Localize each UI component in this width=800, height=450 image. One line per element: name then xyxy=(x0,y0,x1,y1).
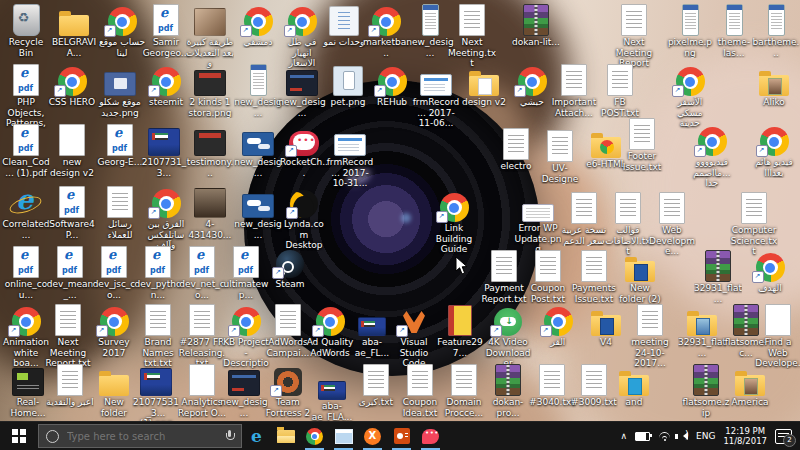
microphone-icon[interactable] xyxy=(225,430,234,442)
desktop-icon-folder-book[interactable]: New folder (2) xyxy=(618,250,662,304)
desktop-icon-pdf[interactable]: PHP Objects, Patterns, a... xyxy=(4,64,48,129)
desktop-icon-img-dark[interactable]: new_desig... xyxy=(280,64,324,118)
desktop-icon-img-card[interactable]: frmRecord... 2017-11-06... xyxy=(414,64,458,129)
desktop-icon-img-person2[interactable]: 4-431430... xyxy=(188,186,232,240)
desktop-icon-img-clouds[interactable]: new_desig... xyxy=(236,186,280,240)
desktop-icon-pdf[interactable]: Software4P... xyxy=(50,186,94,240)
desktop-icon-pdf[interactable]: online_cou... xyxy=(4,246,48,300)
desktop-icon-doc[interactable]: اعبر والنقدية xyxy=(48,364,92,408)
desktop-icon-pdf[interactable]: dev_net_co... xyxy=(180,246,224,300)
taskbar-app-chrome[interactable] xyxy=(300,422,329,450)
desktop-icon-chrome[interactable]: ↗في ظل انهيار الاسعار xyxy=(280,4,324,69)
desktop-icon-doc[interactable]: كبرى.txt xyxy=(354,364,398,408)
desktop-icon-img-clouds[interactable]: new_desig... xyxy=(236,124,280,178)
battery-icon[interactable] xyxy=(635,432,650,441)
desktop-icon-rar[interactable]: dokan-lit... xyxy=(514,4,558,48)
desktop-icon-doc[interactable]: Next Meeting Report.txt xyxy=(46,304,90,369)
desktop-icon-rar[interactable]: flatsome.zip xyxy=(684,364,728,418)
desktop-icon-img-tall[interactable]: bartheme... xyxy=(754,4,798,58)
desktop-icon-img-card[interactable]: frmRecord... 2017-10-31... xyxy=(328,124,372,189)
desktop-icon-img-wide[interactable]: Error WP Update.png xyxy=(516,190,560,255)
desktop-icon-img-dark2[interactable]: Real-Home... xyxy=(6,364,50,418)
desktop-icon-fourk[interactable]: ↗4K Video Downloader xyxy=(486,304,530,369)
desktop-icon-chrome[interactable]: ↗الفرق بين ساتلفكس وآلف xyxy=(144,186,188,251)
desktop-icon-chrome[interactable]: ↗الأشقر مسكي حديثة xyxy=(668,64,712,129)
desktop-icon-folder-app[interactable]: and xyxy=(612,364,656,408)
desktop-icon-img-tall[interactable]: new_desig... xyxy=(236,64,280,118)
desktop-icon-img-shot[interactable]: testimony... xyxy=(188,124,232,178)
desktop-icon-img-robot2[interactable]: وحدات نمو xyxy=(322,4,366,48)
desktop-icon-pdf[interactable]: dev_mean_... xyxy=(48,246,92,300)
desktop-icon-chrome[interactable]: ↗الهدف xyxy=(748,250,792,294)
desktop-icon-doc[interactable]: #3040.txt xyxy=(530,364,574,408)
desktop-icon-rar[interactable]: 32931_flat... xyxy=(696,250,740,304)
desktop-icon-chrome[interactable]: ↗Ad Quality AdWords xyxy=(308,304,352,358)
desktop-icon-doc[interactable]: AdWords Campai... xyxy=(266,304,310,358)
search-input[interactable] xyxy=(65,430,219,443)
language-indicator[interactable]: ENG xyxy=(696,431,715,441)
desktop-icon-chrome[interactable]: ↗Survey 2017 xyxy=(92,304,136,358)
desktop-icon-doc[interactable]: Domain Procce... xyxy=(442,364,486,418)
desktop-icon-doc[interactable]: Coupon Idea.txt xyxy=(398,364,442,418)
desktop-icon-chrome[interactable]: ↗حساب موقع لينا xyxy=(100,4,144,58)
desktop-icon-folder-person[interactable]: America xyxy=(728,364,772,408)
wifi-icon[interactable] xyxy=(658,431,671,441)
desktop-icon-img-fb[interactable]: موقع شكلو جديد.png xyxy=(98,64,142,118)
desktop-icon-doc[interactable]: Footer Issue.txt xyxy=(620,118,664,172)
desktop-icon-img-uae[interactable]: 21077531_3... (1).png xyxy=(134,364,178,429)
desktop-icon-img-uae-s[interactable]: aba-ae_FL... xyxy=(350,304,394,358)
desktop-icon-folder-img[interactable]: 32931_flat... xyxy=(680,304,724,358)
desktop-icon-img-tall[interactable]: pixelme.png xyxy=(668,4,712,58)
desktop-icon-doc-blank[interactable]: Find a Web Develope... xyxy=(756,304,800,369)
desktop-icon-doc[interactable]: meeting 24-10-2017... xyxy=(628,304,672,369)
desktop-icon-chrome[interactable]: ↗marketba... xyxy=(364,4,408,58)
taskbar-app-rocketchat[interactable] xyxy=(416,422,445,450)
desktop-icon-vs[interactable]: ↗Visual Studio Code xyxy=(392,304,436,369)
speaker-icon[interactable] xyxy=(679,432,688,440)
desktop-icon-doc[interactable]: Web Developme... xyxy=(650,192,694,257)
desktop-icon-doc[interactable]: رسائل للعملاء xyxy=(98,186,142,240)
desktop-icon-img-uae-s[interactable]: aba-ae_FLA... xyxy=(310,368,354,422)
desktop-icon-chrome[interactable]: ↗القر xyxy=(536,304,580,348)
desktop-icon-pdf[interactable]: Georg-E... xyxy=(98,124,142,168)
desktop-icon-pdf[interactable]: dev_python... xyxy=(136,246,180,300)
desktop-icon-doc[interactable]: Coupon Post.txt xyxy=(526,250,570,304)
desktop-icon-rocketchat[interactable]: ↗RocketCh... xyxy=(282,124,326,178)
desktop-icon-pdf[interactable]: dev_jsc_co... xyxy=(92,246,136,300)
desktop-icon-doc[interactable]: Important Attach... xyxy=(552,64,596,118)
desktop-icon-doc[interactable]: Payment Report.txt xyxy=(482,250,526,304)
search-box[interactable] xyxy=(38,424,242,448)
desktop-icon-doc[interactable]: #2877 FR Releasing.txt xyxy=(180,304,224,369)
desktop-icon-doc[interactable]: Payments Issue.txt xyxy=(572,250,616,304)
desktop-icon-rar[interactable]: dokan-pro... xyxy=(486,364,530,418)
desktop-icon-chrome[interactable]: ↗Link Building Guide xyxy=(432,190,476,255)
desktop-icon-chrome[interactable]: ↗فيديو هائم بعدااا xyxy=(752,124,796,178)
start-button[interactable] xyxy=(0,422,38,450)
desktop-icon-folder-person[interactable]: Aliko xyxy=(752,64,796,108)
desktop-icon-chrome[interactable]: ↗Animation white boa... xyxy=(4,304,48,369)
desktop-icon-img-shot[interactable]: 2 kinds 1 stora.png xyxy=(188,64,232,118)
desktop-icon-doc[interactable]: Brand Names txt.txt xyxy=(136,304,180,369)
desktop-icon-chrome[interactable]: ↗فيديوووو ...مااصمم جدا xyxy=(690,124,734,189)
desktop-icon-chrome[interactable]: ↗REHub xyxy=(370,64,414,108)
desktop-icon-pdf[interactable]: Clean_Cod... (1).pdf xyxy=(4,124,48,178)
desktop-icon-book[interactable]: Feature297... xyxy=(438,304,482,358)
taskbar-app-file-explorer[interactable] xyxy=(271,422,300,450)
desktop-icon-doc-blank[interactable]: Analytics Report O... xyxy=(180,364,224,418)
desktop-icon-doc[interactable]: Computer Science.txt xyxy=(732,192,776,257)
desktop-icon-chrome[interactable]: ↗steemit xyxy=(144,64,188,108)
desktop-icon-img-robot[interactable]: pet.png xyxy=(326,64,370,108)
desktop-icon-chrome[interactable]: ↗KB Project - Description xyxy=(224,304,268,369)
desktop-icon-chrome[interactable]: ↗دمشقي xyxy=(236,4,280,48)
desktop-icon-img-tall[interactable]: new_desig... xyxy=(408,4,452,58)
desktop-icon-doc[interactable]: قوالب الاضافات.txt xyxy=(606,192,650,257)
desktop-icon-doc[interactable]: Next Meeting.txt xyxy=(450,4,494,69)
tray-expand-chevron-icon[interactable]: ∧ xyxy=(620,431,627,441)
desktop-icon-doc[interactable]: نسخة عربية سعر الدعم xyxy=(562,192,606,246)
taskbar-app-presentation-app[interactable] xyxy=(387,422,416,450)
desktop-icon-folder[interactable]: BELGRAVIA... xyxy=(52,4,96,58)
desktop-icon-doc[interactable]: UV-Designe xyxy=(538,130,582,184)
desktop-icon-doc[interactable]: FB POST.txt xyxy=(598,64,642,118)
taskbar-app-app-window[interactable] xyxy=(329,422,358,450)
desktop-icon-img-person[interactable]: طريقة كبيرة بعد التعديلات و xyxy=(188,4,232,69)
